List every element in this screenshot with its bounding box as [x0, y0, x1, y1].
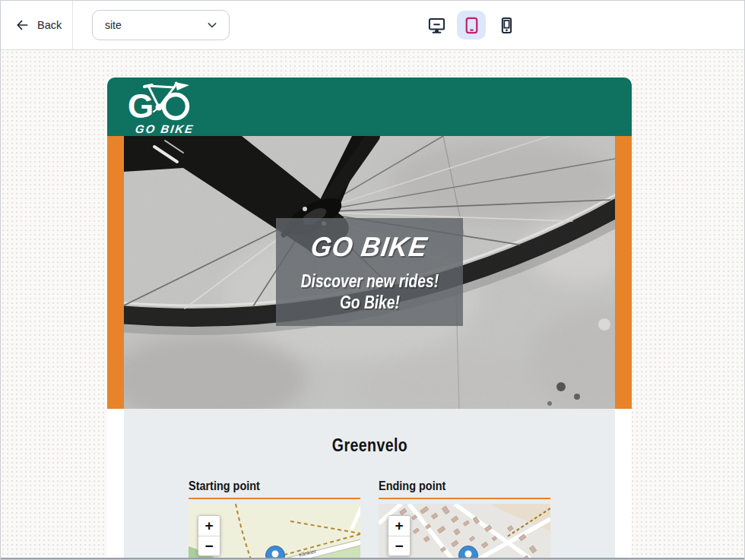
hero-left-accent-bar — [107, 136, 124, 409]
hero-bike-wheel-photo: GO BIKE Discover new rides! Go Bike! — [124, 136, 615, 409]
starting-point-column: Starting point — [189, 479, 360, 559]
site-preview: G GO BIKE — [107, 78, 632, 559]
window-bottom-edge — [1, 558, 744, 559]
starting-point-map[interactable]: Klinkier + − — [189, 504, 360, 559]
section-heading: Greenvelo — [124, 435, 615, 456]
back-button[interactable]: Back — [14, 1, 62, 49]
arrow-left-icon — [14, 17, 30, 33]
mobile-icon — [496, 15, 517, 36]
mobile-preview-button[interactable] — [493, 11, 519, 40]
svg-text:G: G — [128, 87, 154, 121]
hero-subtitle-line1: Discover new rides! — [300, 271, 438, 292]
tablet-icon — [461, 15, 482, 36]
zoom-out-button[interactable]: − — [198, 536, 220, 556]
ending-point-column: Ending point — [379, 479, 550, 559]
desktop-preview-button[interactable] — [423, 11, 449, 40]
hero-text-panel: GO BIKE Discover new rides! Go Bike! — [276, 218, 463, 326]
page-selector-dropdown[interactable]: site — [92, 10, 230, 40]
go-bike-logo-icon: G — [128, 81, 193, 121]
topbar-divider — [72, 1, 73, 49]
map-zoom-control: + − — [198, 515, 220, 556]
starting-point-label: Starting point — [189, 479, 360, 499]
hero-subtitle-line2: Go Bike! — [300, 292, 438, 313]
greenvelo-section: Greenvelo Starting point — [124, 409, 615, 559]
desktop-icon — [426, 15, 447, 36]
route-point-columns: Starting point — [124, 479, 615, 559]
hero-subtitle: Discover new rides! Go Bike! — [300, 271, 438, 313]
app-window: Back site — [0, 0, 745, 560]
zoom-out-button[interactable]: − — [388, 536, 410, 556]
hero-section: GO BIKE Discover new rides! Go Bike! — [107, 136, 632, 409]
back-label: Back — [37, 19, 62, 31]
zoom-in-button[interactable]: + — [198, 516, 220, 536]
tablet-preview-button[interactable] — [457, 11, 486, 40]
chevron-down-icon — [204, 17, 220, 33]
topbar: Back site — [1, 1, 744, 50]
zoom-in-button[interactable]: + — [388, 516, 410, 536]
ending-point-label: Ending point — [379, 479, 550, 499]
hero-title: GO BIKE — [309, 231, 430, 263]
page-selector-value: site — [105, 19, 122, 31]
site-logo-text: GO BIKE — [135, 122, 195, 135]
map-zoom-control: + − — [388, 515, 411, 556]
device-preview-switcher — [423, 1, 519, 49]
preview-canvas: G GO BIKE — [1, 50, 744, 559]
hero-right-accent-bar — [615, 136, 632, 409]
ending-point-map[interactable]: Sviuzyna + − — [379, 504, 550, 559]
site-header: G GO BIKE — [107, 78, 632, 136]
